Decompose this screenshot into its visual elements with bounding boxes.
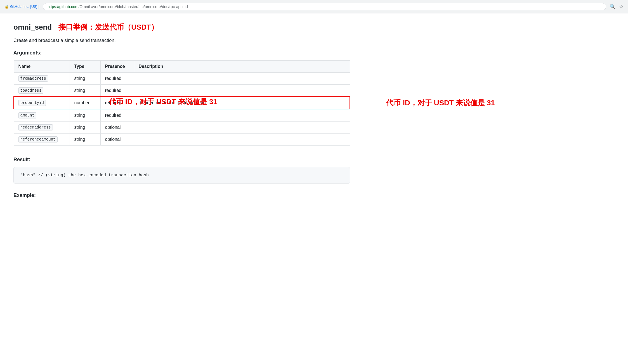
param-name-code: propertyid <box>18 100 46 106</box>
result-heading: Result: <box>13 157 350 163</box>
cell-presence: optional <box>100 122 134 134</box>
cell-description <box>134 110 350 122</box>
propertyid-annotation: 代币 ID，对于 USDT 来说值是 31 <box>386 98 495 108</box>
cell-name: amount <box>14 110 70 122</box>
star-icon[interactable]: ☆ <box>619 4 624 10</box>
table-row: referenceamountstringoptional <box>14 134 350 146</box>
row-annotation: 代币 ID，对于 USDT 来说值是 31 <box>109 97 218 107</box>
search-icon[interactable]: 🔍 <box>610 4 616 10</box>
cell-type: string <box>70 73 100 85</box>
cell-name: fromaddress <box>14 73 70 85</box>
cell-description <box>134 122 350 134</box>
table-row: redeemaddressstringoptional <box>14 122 350 134</box>
example-heading: Example: <box>13 192 350 198</box>
cell-name: redeemaddress <box>14 122 70 134</box>
col-type: Type <box>70 61 100 73</box>
param-name-code: toaddress <box>18 87 44 94</box>
result-code-block: "hash" // (string) the hex-encoded trans… <box>13 167 350 184</box>
page-subtitle: 接口举例：发送代币（USDT） <box>58 22 158 32</box>
security-label: GitHub, Inc. [US] <box>10 4 37 9</box>
annotation-row: 代币 ID，对于 USDT 来说值是 31 <box>14 109 350 110</box>
cell-type: string <box>70 85 100 97</box>
param-name-code: referenceamount <box>18 136 58 142</box>
cell-presence: required <box>100 110 134 122</box>
table-header-row: Name Type Presence Description <box>14 61 350 73</box>
cell-description <box>134 85 350 97</box>
page-content: omni_send 接口举例：发送代币（USDT） Create and bro… <box>0 13 363 212</box>
cell-description <box>134 73 350 85</box>
url-green-part: https://github.com/ <box>48 4 79 9</box>
cell-type: number <box>70 97 100 109</box>
cell-name: toaddress <box>14 85 70 97</box>
cell-presence: optional <box>100 134 134 146</box>
param-name-code: fromaddress <box>18 75 48 82</box>
title-line: omni_send 接口举例：发送代币（USDT） <box>13 22 350 32</box>
col-presence: Presence <box>100 61 134 73</box>
cell-description <box>134 134 350 146</box>
cell-type: string <box>70 122 100 134</box>
url-bar[interactable]: https://github.com/ OmniLayer/omnicore/b… <box>43 3 606 10</box>
url-gray-part: OmniLayer/omnicore/blob/master/src/omnic… <box>79 4 188 9</box>
arguments-table: Name Type Presence Description fromaddre… <box>13 60 350 146</box>
page-title: omni_send <box>13 23 52 32</box>
table-row: fromaddressstringrequired <box>14 73 350 85</box>
browser-chrome: 🔒 GitHub, Inc. [US] | https://github.com… <box>0 0 628 13</box>
url-separator: | <box>39 4 39 9</box>
param-name-code: amount <box>18 112 36 118</box>
lock-icon: 🔒 <box>4 4 9 9</box>
cell-name: propertyid <box>14 97 70 109</box>
security-badge: 🔒 GitHub, Inc. [US] | <box>4 4 39 9</box>
example-section: Example: <box>13 192 350 198</box>
col-description: Description <box>134 61 350 73</box>
cell-presence: required <box>100 73 134 85</box>
table-row: amountstringrequired <box>14 110 350 122</box>
result-section: Result: "hash" // (string) the hex-encod… <box>13 157 350 184</box>
browser-actions: 🔍 ☆ <box>610 4 624 10</box>
cell-type: string <box>70 110 100 122</box>
col-name: Name <box>14 61 70 73</box>
arguments-heading: Arguments: <box>13 50 350 56</box>
table-row: toaddressstringrequired <box>14 85 350 97</box>
cell-type: string <box>70 134 100 146</box>
result-code: "hash" // (string) the hex-encoded trans… <box>20 173 149 178</box>
param-name-code: redeemaddress <box>18 124 53 130</box>
cell-name: referenceamount <box>14 134 70 146</box>
cell-presence: required <box>100 85 134 97</box>
page-description: Create and broadcast a simple send trans… <box>13 38 350 43</box>
